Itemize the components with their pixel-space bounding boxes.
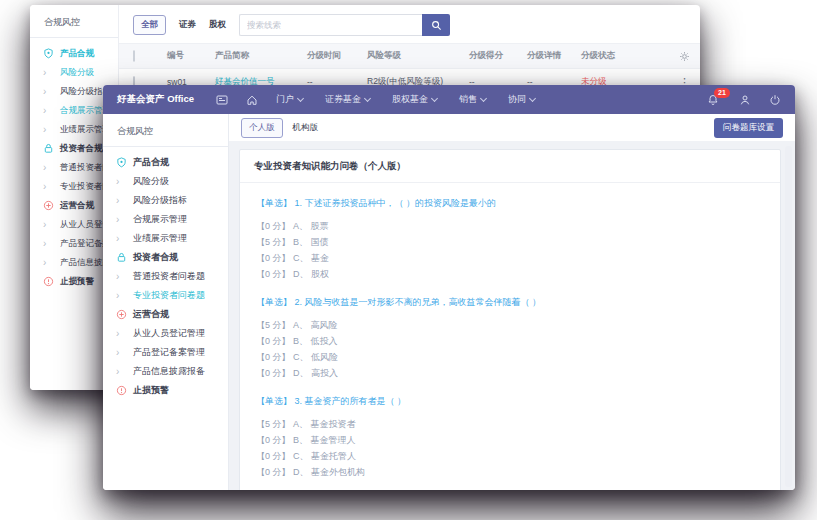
lock-icon (116, 252, 127, 263)
chevron-right-icon: › (116, 290, 127, 301)
nav-menu-equity-funds[interactable]: 股权基金 (392, 93, 437, 106)
sidebar-item-compliance-display[interactable]: › 合规展示管理 (103, 210, 228, 229)
tab-org-version[interactable]: 机构版 (293, 122, 319, 134)
nav-menu-collaboration[interactable]: 协同 (508, 93, 535, 106)
select-all-checkbox[interactable] (133, 50, 135, 62)
filter-tab-securities[interactable]: 证券 (179, 19, 196, 31)
search-input[interactable] (239, 14, 422, 36)
sidebar-item-risk-grading-indicators[interactable]: › 风险分级指标 (103, 191, 228, 210)
sidebar-item-risk-grading[interactable]: › 风险分级 (103, 172, 228, 191)
sidebar-item-product-compliance[interactable]: 产品合规 (103, 153, 228, 172)
chevron-right-icon: › (116, 195, 127, 206)
sidebar-item-label: 止损预警 (60, 276, 94, 288)
table-header: 编号 产品简称 分级时间 风险等级 分级得分 分级详情 分级状态 (119, 43, 700, 69)
sidebar-item-label: 从业人员登记管理 (133, 327, 205, 340)
apps-icon[interactable] (216, 94, 228, 106)
chevron-right-icon: › (43, 162, 54, 173)
col-header-detail[interactable]: 分级详情 (527, 50, 581, 62)
col-header-status[interactable]: 分级状态 (581, 50, 645, 62)
chevron-down-icon (529, 95, 536, 102)
question-option: 【5 分】 A、 基金投资者 (256, 416, 764, 432)
warning-icon (43, 276, 54, 287)
sidebar-item-product-disclosure[interactable]: › 产品信息披露报备 (103, 362, 228, 381)
sidebar-item-label: 投资者合规 (133, 251, 178, 264)
user-icon[interactable] (739, 94, 751, 106)
col-header-score[interactable]: 分级得分 (469, 50, 527, 62)
question-block: 【单选】 2. 风险与收益是一对形影不离的兄弟，高收益常会伴随着（ ） 【5 分… (256, 296, 764, 381)
chevron-down-icon (431, 95, 438, 102)
sidebar-item-label: 投资者合规 (60, 143, 103, 155)
col-header-time[interactable]: 分级时间 (307, 50, 367, 62)
sidebar-item-label: 产品合规 (133, 156, 169, 169)
question-option: 【0 分】 D、 基金外包机构 (256, 464, 764, 480)
sidebar-item-practitioner-registration[interactable]: › 从业人员登记管理 (103, 324, 228, 343)
tab-personal-version[interactable]: 个人版 (241, 118, 283, 138)
filter-tab-all[interactable]: 全部 (133, 15, 166, 35)
sidebar-item-label: 合规展示管理 (133, 213, 187, 226)
sidebar-item-label: 产品登记备案管理 (133, 346, 205, 359)
col-header-risk[interactable]: 风险等级 (367, 50, 469, 62)
chevron-right-icon: › (43, 219, 54, 230)
nav-menu-portal[interactable]: 门户 (276, 93, 303, 106)
sidebar-item-label: 普通投资者问卷题 (133, 270, 205, 283)
question-block: 【单选】 1. 下述证券投资品种中，（ ）的投资风险是最小的 【0 分】 A、 … (256, 197, 764, 282)
chevron-right-icon: › (116, 366, 127, 377)
chevron-right-icon: › (43, 124, 54, 135)
col-header-id[interactable]: 编号 (167, 50, 215, 62)
search-button[interactable] (422, 14, 450, 36)
sidebar-item-investor-compliance[interactable]: 投资者合规 (103, 248, 228, 267)
sidebar-title: 合规风控 (30, 5, 118, 38)
sidebar-item-ordinary-investor-questionnaire[interactable]: › 普通投资者问卷题 (103, 267, 228, 286)
chevron-right-icon: › (116, 328, 127, 339)
power-icon[interactable] (769, 94, 781, 106)
compass-icon (43, 200, 54, 211)
sidebar-item-stop-loss-warning[interactable]: 止损预警 (103, 381, 228, 400)
question-option: 【0 分】 A、 股票 (256, 218, 764, 234)
sidebar-item-label: 风险分级 (133, 175, 169, 188)
version-toolbar: 个人版 机构版 问卷题库设置 (229, 114, 795, 141)
col-header-name[interactable]: 产品简称 (215, 50, 307, 62)
question-label: 【单选】 2. 风险与收益是一对形影不离的兄弟，高收益常会伴随着（ ） (256, 296, 764, 309)
question-option: 【0 分】 C、 基金 (256, 250, 764, 266)
chevron-down-icon (480, 95, 487, 102)
questionnaire-card: 专业投资者知识能力问卷（个人版） 【单选】 1. 下述证券投资品种中，（ ）的投… (239, 149, 781, 490)
nav-menu-label: 协同 (508, 93, 526, 106)
warning-icon (116, 385, 127, 396)
chevron-right-icon: › (43, 257, 54, 268)
sidebar-item-professional-investor-questionnaire[interactable]: › 专业投资者问卷题 (103, 286, 228, 305)
sidebar-item-product-registration[interactable]: › 产品登记备案管理 (103, 343, 228, 362)
gear-icon[interactable] (679, 51, 690, 62)
chevron-right-icon: › (116, 271, 127, 282)
question-bank-settings-button[interactable]: 问卷题库设置 (714, 118, 783, 138)
scrollbar[interactable] (785, 146, 792, 487)
shield-icon (116, 157, 127, 168)
sidebar-item-label: 风险分级指标 (133, 194, 187, 207)
home-icon[interactable] (246, 94, 258, 106)
sidebar-item-label: 止损预警 (133, 384, 169, 397)
nav-menu-sales[interactable]: 销售 (459, 93, 486, 106)
nav-menu-securities-funds[interactable]: 证券基金 (325, 93, 370, 106)
sidebar-item-operations-compliance[interactable]: 运营合规 (103, 305, 228, 324)
questionnaire-panel: 专业投资者知识能力问卷（个人版） 【单选】 1. 下述证券投资品种中，（ ）的投… (229, 141, 795, 490)
filter-tab-equity[interactable]: 股权 (209, 19, 226, 31)
back-main: 全部 证券 股权 编号 产品简称 分级时间 风险等级 分级得分 分级详情 分级状… (119, 5, 700, 95)
sidebar-item-risk-grading[interactable]: › 风险分级 (30, 63, 118, 82)
sidebar-title: 合规风控 (103, 114, 228, 147)
chevron-right-icon: › (116, 347, 127, 358)
question-option: 【5 分】 B、 国债 (256, 234, 764, 250)
sidebar-item-label: 运营合规 (60, 200, 94, 212)
app-brand: 好基会资产 Office (117, 93, 194, 106)
notification-badge: 21 (714, 88, 730, 98)
question-option: 【0 分】 C、 基金托管人 (256, 448, 764, 464)
sidebar-item-product-compliance[interactable]: 产品合规 (30, 44, 118, 63)
filter-bar: 全部 证券 股权 (119, 5, 700, 43)
notifications-button[interactable]: 21 (707, 94, 719, 106)
sidebar-item-label: 产品合规 (60, 48, 94, 60)
nav-menu-label: 证券基金 (325, 93, 361, 106)
nav-menu-label: 门户 (276, 93, 294, 106)
nav-menu-label: 股权基金 (392, 93, 428, 106)
sidebar-item-performance-display[interactable]: › 业绩展示管理 (103, 229, 228, 248)
questionnaire-title: 专业投资者知识能力问卷（个人版） (240, 150, 780, 183)
question-option: 【0 分】 B、 低投入 (256, 333, 764, 349)
question-block: 【单选】 3. 基金资产的所有者是（ ） 【5 分】 A、 基金投资者 【0 分… (256, 395, 764, 480)
